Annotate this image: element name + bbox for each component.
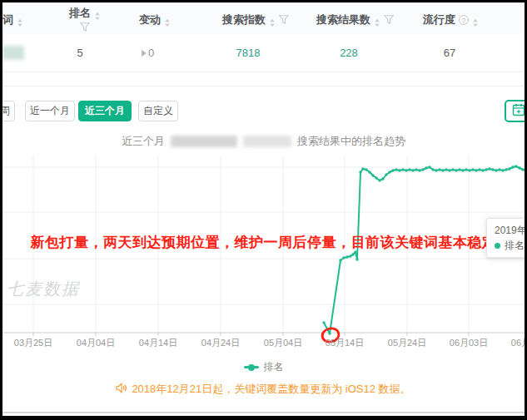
x-axis-label: 05月14日 [326,337,364,349]
x-axis-label: 03月25日 [14,337,52,349]
tooltip-date: 2019年0 [495,223,525,238]
chart-tooltip: 2019年0 排名 [486,218,525,258]
page: 词排名变动搜索指数搜索结果数流行度? 5 0 7818 228 67 近一周近一… [2,2,525,416]
x-axis-label: 04月14日 [139,337,177,349]
x-axis-label: 05月24日 [388,337,426,349]
screenshot-frame: 词排名变动搜索指数搜索结果数流行度? 5 0 7818 228 67 近一周近一… [0,0,527,420]
x-axis-label: 05月04日 [264,337,302,349]
x-axis-label: 04月04日 [77,337,115,349]
watermark: 七麦数据 [7,278,80,300]
notice-text: 2018年12月21日起，关键词覆盖数量更新为 iOS12 数据。 [132,382,410,397]
legend-line-icon [244,366,259,368]
legend-item-rank[interactable]: 排名 [2,360,525,374]
speaker-icon [116,383,127,396]
x-axis-label: 06月03日 [450,337,488,349]
bottom-divider [2,412,525,413]
x-axis-label: 04月24日 [201,337,240,349]
legend-label: 排名 [264,360,284,374]
tooltip-series: 排名 [495,238,525,253]
update-notice: 2018年12月21日起，关键词覆盖数量更新为 iOS12 数据。 [2,382,525,397]
x-axis-label: 06月13日 [511,337,525,349]
rank-trend-chart[interactable] [2,2,525,416]
annotation-text: 新包打量，两天到达预期位置，维护一周后停量，目前该关键词基本稳定 [2,233,525,252]
series-dot-icon [495,243,500,249]
